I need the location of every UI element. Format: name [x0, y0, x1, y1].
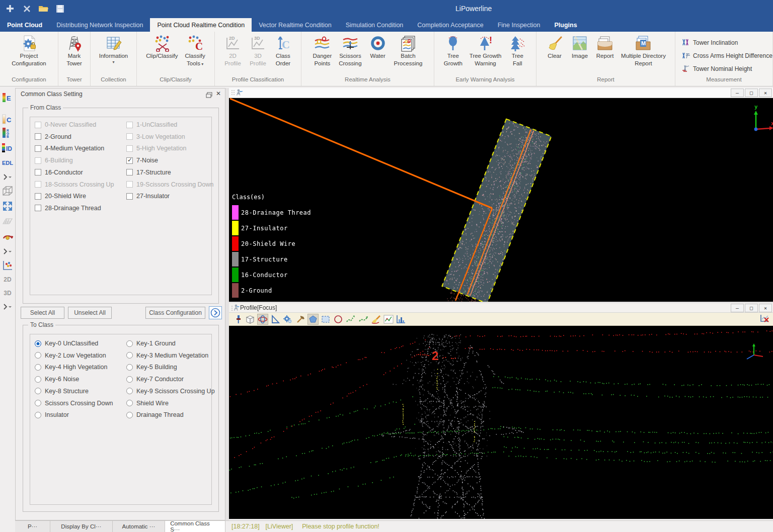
elevation-render-icon[interactable]: E [1, 92, 14, 104]
select-all-button[interactable]: Select All [21, 307, 64, 319]
grid-view-icon[interactable] [1, 215, 14, 227]
radio-circle[interactable] [35, 400, 41, 406]
checkbox-box[interactable] [35, 145, 41, 152]
profile-walk-icon[interactable] [358, 314, 369, 325]
more-dimension-options-icon[interactable] [1, 301, 14, 313]
ribbon-button-2d-profile[interactable]: 2D 2DProfile [221, 34, 245, 67]
ribbon-button-cross-arms-height-difference[interactable]: Cross Arms Height Difference [681, 51, 772, 61]
ribbon-button-tree-growth[interactable]: TreeGrowth [441, 34, 466, 67]
radio-circle[interactable] [35, 364, 41, 371]
checkbox-box[interactable] [126, 145, 133, 152]
panel-tab-1[interactable]: Display By Cl··· [50, 521, 113, 532]
to-class-radio-key-9-scissors-crossing-up[interactable]: Key-9 Scissors Crossing Up [126, 388, 215, 395]
to-class-radio-key-0-unclassified[interactable]: Key-0 UnClassified [35, 340, 98, 347]
profile-canvas[interactable] [229, 326, 773, 519]
ribbon-button-multiple-directory-report[interactable]: M Multiple DirectoryReport [618, 34, 669, 67]
profile-titlebar[interactable]: Profile[Focus] – □ ✕ [229, 303, 773, 313]
panel-tab-0[interactable]: P··· [15, 521, 50, 532]
menu-tab-point-cloud-realtime-condition[interactable]: Point Cloud Realtime Condition [150, 18, 252, 32]
to-class-radio-key-3-medium-vegetation[interactable]: Key-3 Medium Vegetation [126, 352, 208, 359]
class-checkbox-16-conductor[interactable]: 16-Conductor [35, 169, 83, 176]
checkbox-box[interactable] [126, 122, 133, 128]
menu-tab-plugins[interactable]: Plugins [547, 18, 584, 32]
unselect-all-button[interactable]: Unselect All [68, 307, 112, 319]
intensity-render-icon[interactable]: C [1, 113, 14, 125]
angle-measure-icon[interactable] [270, 314, 281, 325]
ribbon-button-class-order[interactable]: C ClassOrder [271, 34, 295, 67]
minimize-button[interactable]: – [731, 88, 744, 97]
2d-view-label[interactable]: 2D [1, 274, 14, 286]
class-checkbox-7-noise[interactable]: 7-Noise [126, 157, 158, 164]
checkbox-box[interactable] [35, 157, 41, 164]
to-class-radio-key-4-high-vegetation[interactable]: Key-4 High Vegetation [35, 364, 107, 371]
radio-circle[interactable] [126, 400, 133, 406]
class-checkbox-1-unclassified[interactable]: 1-UnClassified [126, 121, 177, 128]
rectangle-select-icon[interactable] [320, 314, 331, 325]
ribbon-button-mark-tower[interactable]: MarkTower [62, 34, 87, 67]
classid-render-icon[interactable]: ID [1, 142, 14, 154]
settings-gears-icon[interactable] [282, 314, 293, 325]
checkbox-box[interactable] [126, 169, 133, 175]
new-project-icon[interactable] [4, 3, 16, 15]
class-checkbox-2-ground[interactable]: 2-Ground [35, 133, 71, 140]
menu-tab-vector-realtime-condition[interactable]: Vector Realtime Condition [252, 18, 339, 32]
radio-circle[interactable] [126, 352, 133, 359]
checkbox-box[interactable] [35, 122, 41, 128]
menu-tab-distributing-network-inspection[interactable]: Distributing Network Inspection [49, 18, 150, 32]
menu-tab-point-cloud[interactable]: Point Cloud [0, 18, 49, 32]
ribbon-button-water[interactable]: Water [366, 34, 390, 60]
ribbon-button-3d-profile[interactable]: 3D 3DProfile [246, 34, 270, 67]
minimize-button[interactable]: – [731, 304, 744, 312]
rgb-render-icon[interactable]: RGB [1, 127, 14, 139]
class-checkbox-27-insulator[interactable]: 27-Insulator [126, 193, 170, 200]
checkbox-box[interactable] [35, 133, 41, 140]
circle-select-icon[interactable] [333, 314, 344, 325]
close-panel-icon[interactable]: ✕ [215, 90, 222, 97]
to-class-radio-shield-wire[interactable]: Shield Wire [126, 400, 169, 407]
menu-tab-completion-acceptance[interactable]: Completion Acceptance [410, 18, 490, 32]
edl-render-label[interactable]: EDL [1, 157, 14, 169]
radio-circle[interactable] [35, 340, 41, 347]
to-class-radio-key-5-building[interactable]: Key-5 Building [126, 364, 177, 371]
ribbon-button-danger-points[interactable]: DangerPoints [310, 34, 335, 67]
profile-walk-up-icon[interactable] [345, 314, 356, 325]
close-button[interactable]: ✕ [759, 88, 772, 97]
ribbon-button-batch-processing[interactable]: BatchProcessing [391, 34, 426, 67]
checkbox-box[interactable] [126, 193, 133, 200]
checkbox-box[interactable] [126, 157, 133, 164]
ribbon-button-tree-fall[interactable]: TreeFall [505, 34, 529, 67]
class-checkbox-5-high-vegetation[interactable]: 5-High Vegetation [126, 145, 186, 152]
radio-circle[interactable] [126, 364, 133, 371]
exit-profile-icon[interactable] [760, 314, 770, 325]
class-checkbox-28-drainage-thread[interactable]: 28-Drainage Thread [35, 205, 101, 212]
radio-circle[interactable] [126, 388, 133, 394]
pushpin-icon[interactable] [232, 314, 243, 325]
mini-chart-icon[interactable] [383, 314, 394, 325]
to-class-radio-key-7-conductor[interactable]: Key-7 Conductor [126, 376, 184, 383]
to-class-radio-key-8-structure[interactable]: Key-8 Structure [35, 388, 89, 395]
ribbon-button-clip-classify[interactable]: Clip/Classify [143, 34, 181, 60]
radio-circle[interactable] [126, 340, 133, 347]
vertical-splitter[interactable] [225, 88, 229, 520]
ribbon-button-scissors-crossing[interactable]: ScissorsCrossing [336, 34, 364, 67]
ribbon-button-tower-nominal-height[interactable]: Tower Nominal Height [681, 64, 752, 74]
ribbon-button-image[interactable]: Image [568, 34, 592, 60]
ribbon-button-tree-growth-warning[interactable]: ! Tree GrowthWarning [467, 34, 504, 67]
ribbon-button-information[interactable]: Information▾ [96, 34, 131, 65]
histogram-icon[interactable] [396, 314, 407, 325]
class-checkbox-19-scissors-crossing-down[interactable]: 19-Scissors Crossing Down [126, 181, 214, 188]
to-class-radio-key-2-low-vegetation[interactable]: Key-2 Low Vegetation [35, 352, 106, 359]
viewer-3d-titlebar[interactable]: – □ ✕ [229, 88, 773, 98]
class-checkbox-18-scissors-crossing-up[interactable]: 18-Scissors Crossing Up [35, 181, 114, 188]
class-checkbox-17-structure[interactable]: 17-Structure [126, 169, 171, 176]
cube-icon[interactable] [245, 314, 256, 325]
close-project-icon[interactable] [21, 3, 33, 15]
maximize-button[interactable]: □ [745, 304, 758, 312]
checkbox-box[interactable] [35, 181, 41, 188]
save-icon[interactable] [54, 3, 66, 15]
to-class-radio-key-1-ground[interactable]: Key-1 Ground [126, 340, 176, 347]
ribbon-button-clear[interactable]: Clear [543, 34, 567, 60]
class-checkbox-4-medium-vegetation[interactable]: 4-Medium Vegetation [35, 145, 104, 152]
to-class-radio-key-6-noise[interactable]: Key-6 Noise [35, 376, 79, 383]
profile-tool-icon[interactable] [1, 259, 14, 272]
